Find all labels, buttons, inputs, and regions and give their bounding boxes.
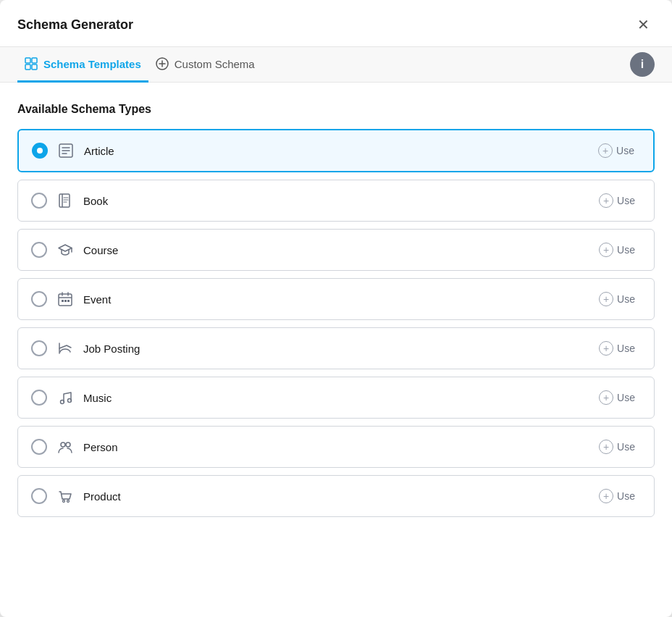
- radio-job-posting: [31, 340, 47, 356]
- close-button[interactable]: ✕: [631, 13, 655, 36]
- svg-rect-0: [25, 58, 30, 63]
- svg-rect-21: [62, 300, 64, 302]
- schema-label-book: Book: [83, 195, 593, 207]
- tab-custom-schema[interactable]: Custom Schema: [148, 47, 262, 83]
- use-label-course: Use: [617, 244, 635, 256]
- use-circle-icon: +: [599, 489, 613, 503]
- radio-event: [31, 291, 47, 307]
- tab-schema-templates[interactable]: Schema Templates: [17, 47, 148, 83]
- svg-rect-23: [67, 300, 70, 302]
- use-circle-icon: +: [599, 341, 613, 356]
- use-label-music: Use: [617, 392, 635, 403]
- section-title: Available Schema Types: [17, 103, 655, 116]
- svg-point-29: [67, 500, 70, 503]
- info-button[interactable]: i: [630, 52, 655, 77]
- use-circle-icon: +: [599, 292, 613, 306]
- tabs-bar: Schema Templates Custom Schema i: [0, 47, 672, 83]
- svg-point-24: [61, 400, 64, 404]
- svg-rect-2: [25, 64, 30, 70]
- templates-icon: [25, 57, 38, 70]
- use-label-article: Use: [616, 145, 634, 156]
- info-icon: i: [641, 58, 644, 71]
- svg-point-28: [63, 500, 65, 503]
- use-label-event: Use: [617, 293, 635, 305]
- use-label-person: Use: [617, 441, 635, 453]
- close-icon: ✕: [637, 16, 650, 33]
- custom-icon: [156, 57, 169, 70]
- schema-item-article[interactable]: Article + Use: [17, 129, 655, 172]
- music-icon: [56, 388, 75, 407]
- event-icon: [56, 290, 75, 308]
- dialog-header: Schema Generator ✕: [0, 0, 672, 47]
- radio-product: [31, 488, 47, 504]
- product-icon: [56, 487, 75, 505]
- person-icon: [56, 437, 75, 456]
- course-icon: [56, 240, 75, 259]
- use-button-event[interactable]: + Use: [593, 289, 641, 309]
- use-label-job-posting: Use: [617, 343, 635, 354]
- schema-label-course: Course: [83, 244, 593, 256]
- use-circle-icon: +: [599, 243, 613, 257]
- radio-course: [31, 242, 47, 258]
- schema-item-music[interactable]: Music + Use: [17, 377, 655, 419]
- use-button-course[interactable]: + Use: [593, 240, 641, 260]
- schema-label-person: Person: [83, 441, 593, 453]
- schema-item-product[interactable]: Product + Use: [17, 475, 655, 517]
- use-button-music[interactable]: + Use: [593, 387, 641, 408]
- schema-label-event: Event: [83, 293, 593, 306]
- radio-music: [31, 390, 47, 406]
- dialog-body: Available Schema Types Article + Use: [0, 83, 672, 617]
- svg-rect-3: [32, 64, 37, 70]
- schema-item-book[interactable]: Book + Use: [17, 180, 655, 222]
- use-button-book[interactable]: + Use: [593, 190, 641, 211]
- use-label-product: Use: [617, 490, 635, 502]
- svg-rect-11: [59, 194, 70, 207]
- schema-item-job-posting[interactable]: Job Posting + Use: [17, 327, 655, 369]
- schema-item-course[interactable]: Course + Use: [17, 229, 655, 271]
- svg-point-25: [68, 399, 72, 403]
- use-button-article[interactable]: + Use: [592, 140, 640, 161]
- schema-item-event[interactable]: Event + Use: [17, 278, 655, 320]
- job-posting-icon: [56, 339, 75, 358]
- tab-schema-templates-label: Schema Templates: [43, 58, 141, 70]
- article-icon: [56, 141, 75, 160]
- schema-label-music: Music: [83, 392, 593, 404]
- schema-list: Article + Use Book: [17, 129, 655, 517]
- schema-label-job-posting: Job Posting: [83, 343, 593, 355]
- use-circle-icon: +: [599, 390, 613, 405]
- use-circle-icon: +: [599, 193, 613, 208]
- svg-rect-1: [32, 58, 37, 63]
- svg-rect-22: [64, 300, 67, 302]
- radio-person: [31, 439, 47, 455]
- svg-point-27: [66, 442, 70, 447]
- use-circle-icon: +: [598, 143, 613, 158]
- use-button-person[interactable]: + Use: [593, 437, 641, 457]
- dialog-title: Schema Generator: [17, 17, 133, 33]
- schema-label-article: Article: [84, 145, 592, 157]
- svg-point-26: [61, 442, 65, 447]
- radio-book: [31, 193, 47, 209]
- tab-custom-schema-label: Custom Schema: [175, 58, 255, 70]
- use-button-job-posting[interactable]: + Use: [593, 338, 641, 358]
- schema-label-product: Product: [83, 490, 593, 503]
- schema-generator-dialog: Schema Generator ✕ Schema Templates: [0, 0, 672, 617]
- use-label-book: Use: [617, 195, 635, 206]
- radio-article: [32, 143, 48, 159]
- schema-item-person[interactable]: Person + Use: [17, 426, 655, 468]
- use-button-product[interactable]: + Use: [593, 486, 641, 506]
- book-icon: [56, 191, 75, 210]
- use-circle-icon: +: [599, 440, 613, 454]
